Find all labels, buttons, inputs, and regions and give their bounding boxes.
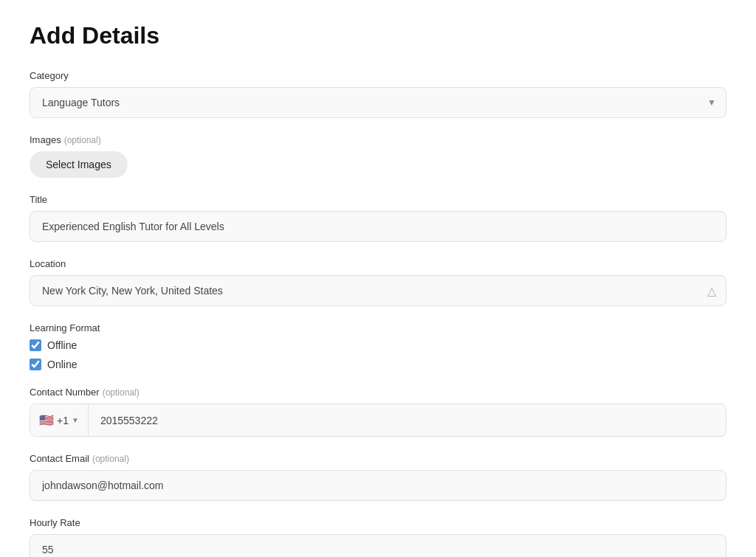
offline-checkbox-item: Offline: [30, 339, 726, 351]
contact-number-group: Contact Number(optional) 🇺🇸 +1 ▼: [30, 387, 726, 437]
online-checkbox[interactable]: [30, 359, 41, 370]
flag-icon: 🇺🇸: [39, 413, 54, 427]
offline-label[interactable]: Offline: [47, 339, 77, 351]
contact-email-input[interactable]: [30, 470, 726, 501]
location-input[interactable]: [30, 275, 726, 306]
learning-format-label: Learning Format: [30, 322, 726, 333]
location-group: Location △: [30, 258, 726, 306]
hourly-rate-group: Hourly Rate: [30, 517, 726, 557]
phone-country-selector[interactable]: 🇺🇸 +1 ▼: [30, 404, 89, 436]
hourly-rate-label: Hourly Rate: [30, 517, 726, 528]
category-label: Category: [30, 70, 726, 81]
category-select[interactable]: Language Tutors Math Tutors Science Tuto…: [30, 87, 726, 118]
offline-checkbox[interactable]: [30, 339, 41, 351]
page-title: Add Details: [30, 22, 726, 49]
title-group: Title: [30, 194, 726, 242]
contact-email-label: Contact Email(optional): [30, 453, 726, 464]
chevron-down-icon: ▼: [72, 416, 79, 424]
location-label: Location: [30, 258, 726, 269]
online-label[interactable]: Online: [47, 359, 77, 370]
select-images-button[interactable]: Select Images: [30, 151, 128, 178]
hourly-rate-input[interactable]: [30, 534, 726, 557]
phone-input-wrapper: 🇺🇸 +1 ▼: [30, 404, 726, 437]
country-code: +1: [57, 415, 69, 426]
learning-format-checkboxes: Offline Online: [30, 339, 726, 370]
title-input[interactable]: [30, 211, 726, 242]
images-label: Images(optional): [30, 134, 726, 145]
location-wrapper: △: [30, 275, 726, 306]
category-select-wrapper: Language Tutors Math Tutors Science Tuto…: [30, 87, 726, 118]
online-checkbox-item: Online: [30, 359, 726, 370]
contact-number-label: Contact Number(optional): [30, 387, 726, 398]
category-group: Category Language Tutors Math Tutors Sci…: [30, 70, 726, 118]
contact-email-group: Contact Email(optional): [30, 453, 726, 501]
learning-format-group: Learning Format Offline Online: [30, 322, 726, 370]
title-label: Title: [30, 194, 726, 205]
phone-number-input[interactable]: [89, 404, 726, 436]
images-group: Images(optional) Select Images: [30, 134, 726, 178]
